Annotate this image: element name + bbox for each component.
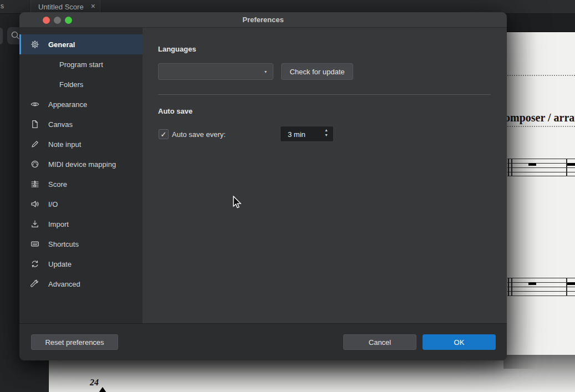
autosave-interval-value: 3 min: [288, 130, 306, 139]
measure-number: 24: [90, 378, 99, 388]
dialog-shadow-bottom: [49, 355, 575, 392]
sidebar-item-general[interactable]: General: [19, 34, 143, 54]
sidebar-item-note-input[interactable]: Note input: [19, 134, 143, 154]
barline: [566, 159, 567, 176]
autosave-checkbox[interactable]: ✓: [159, 129, 169, 139]
barline: [508, 278, 509, 296]
dialog-footer: Reset preferences Cancel OK: [19, 323, 507, 360]
languages-heading: Languages: [158, 45, 196, 53]
sidebar-item-appearance[interactable]: Appearance: [19, 94, 143, 114]
sidebar-item-import[interactable]: Import: [19, 214, 143, 234]
sidebar-item-label: Canvas: [48, 120, 73, 129]
barline: [511, 159, 512, 176]
sidebar-item-program-start[interactable]: Program start: [19, 54, 143, 74]
sidebar-item-label: Import: [48, 220, 69, 228]
screen: omposer / arran 24: [0, 0, 575, 392]
keyboard-icon: [30, 240, 39, 248]
panel-button-partial[interactable]: [0, 28, 3, 44]
import-icon: [30, 220, 39, 228]
dialog-shadow-right: [503, 14, 537, 369]
whole-rest[interactable]: [528, 282, 536, 285]
sidebar-item-label: Appearance: [48, 100, 87, 109]
midi-icon: [30, 160, 39, 169]
sidebar-item-label: Shortcuts: [48, 240, 79, 248]
sidebar-item-label: Note input: [48, 140, 81, 149]
autosave-heading: Auto save: [158, 107, 192, 115]
whole-rest[interactable]: [567, 163, 575, 166]
reset-preferences-button[interactable]: Reset preferences: [31, 334, 118, 350]
sidebar-item-i-o[interactable]: I/O: [19, 194, 143, 214]
cancel-button[interactable]: Cancel: [343, 334, 416, 350]
staff-system-2[interactable]: [507, 278, 575, 296]
title-frame-dashed-border: [503, 75, 575, 76]
composer-placeholder-text[interactable]: omposer / arran: [505, 111, 575, 124]
sidebar-item-midi-device-mapping[interactable]: MIDI device mapping: [19, 154, 143, 174]
barline: [566, 278, 567, 296]
sidebar-item-label: Folders: [59, 80, 83, 89]
wrench-icon: [30, 279, 39, 288]
sidebar-item-label: I/O: [48, 200, 58, 208]
barline: [511, 278, 512, 296]
dialog-content: Languages ▾ Check for update Auto save ✓…: [143, 28, 507, 323]
tab-partial-text[interactable]: s: [1, 2, 4, 10]
staff-system-1[interactable]: [507, 159, 575, 176]
chevron-down-icon: ▾: [264, 69, 267, 74]
checkmark-icon: ✓: [161, 131, 167, 138]
language-dropdown[interactable]: ▾: [158, 63, 273, 80]
sidebar-item-canvas[interactable]: Canvas: [19, 114, 143, 134]
score-icon: [30, 180, 39, 189]
stepper-down-icon[interactable]: ▼: [324, 133, 328, 137]
whole-rest[interactable]: [528, 163, 536, 166]
sidebar-item-advanced[interactable]: Advanced: [19, 274, 143, 294]
update-icon: [30, 259, 39, 268]
note-symbol-partial: [99, 387, 106, 392]
section-divider: [158, 94, 491, 95]
preferences-dialog: Preferences GeneralProgram startFoldersA…: [19, 12, 507, 360]
eye-icon: [30, 100, 39, 109]
tab-label: Untitled Score: [38, 3, 84, 11]
whole-rest[interactable]: [567, 282, 575, 285]
sidebar-item-update[interactable]: Update: [19, 254, 143, 274]
sidebar-item-label: Advanced: [48, 280, 80, 288]
sidebar-item-folders[interactable]: Folders: [19, 74, 143, 94]
page-icon: [30, 120, 39, 129]
autosave-label: Auto save every:: [172, 130, 226, 139]
tab-close-icon[interactable]: ×: [91, 2, 95, 11]
pencil-icon: [30, 140, 39, 149]
sidebar-item-label: Score: [48, 180, 67, 189]
dialog-sidebar-list: GeneralProgram startFoldersAppearanceCan…: [19, 28, 143, 323]
sidebar-item-label: MIDI device mapping: [48, 160, 116, 169]
check-for-update-button[interactable]: Check for update: [281, 63, 353, 80]
autosave-interval-stepper[interactable]: 3 min ▲ ▼: [280, 126, 334, 142]
composer-dashed-underline: [503, 126, 575, 127]
speaker-icon: [30, 200, 39, 208]
dialog-titlebar[interactable]: Preferences: [19, 12, 507, 28]
sidebar-item-label: General: [48, 40, 75, 49]
sidebar-item-shortcuts[interactable]: Shortcuts: [19, 234, 143, 254]
dialog-title: Preferences: [19, 16, 507, 24]
gear-icon: [30, 40, 39, 49]
stepper-up-icon[interactable]: ▲: [324, 128, 328, 132]
sidebar-item-label: Update: [48, 260, 72, 268]
sidebar-item-score[interactable]: Score: [19, 174, 143, 194]
ok-button[interactable]: OK: [423, 334, 496, 350]
sidebar-item-label: Program start: [59, 60, 103, 69]
barline: [508, 159, 509, 176]
